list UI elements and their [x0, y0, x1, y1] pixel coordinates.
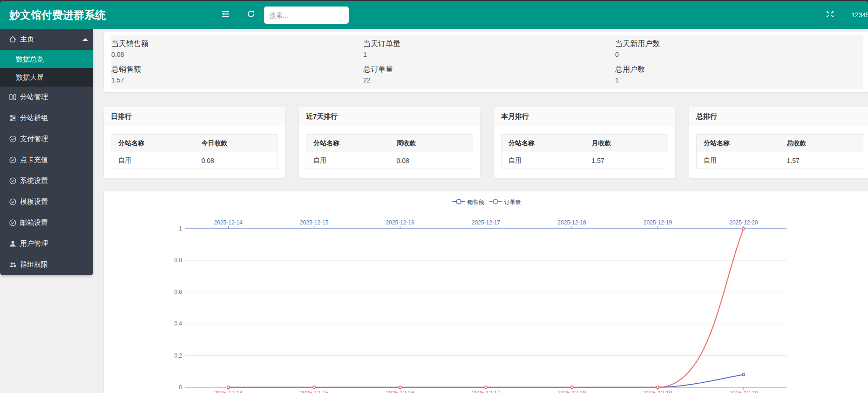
ranking-table: 分站名称总收款自用1.57 — [696, 134, 863, 169]
x-axis-bottom-label: 2025-12-18 — [557, 390, 586, 393]
stat-label: 当天销售额 — [111, 40, 363, 47]
x-axis-top-label: 2025-12-15 — [300, 219, 329, 226]
ranking-row: 日排行分站名称今日收款自用0.08近7天排行分站名称周收款自用0.08本月排行分… — [104, 107, 868, 178]
sidebar-item-4[interactable]: 系统设置 — [0, 170, 93, 191]
sidebar-subitem-data-screen[interactable]: 数据大屏 — [0, 68, 93, 87]
home-icon — [9, 36, 16, 43]
sidebar-item-label: 系统设置 — [20, 176, 48, 185]
sidebar-item-2[interactable]: 支付管理 — [0, 129, 93, 149]
sidebar-subitem-data-overview[interactable]: 数据总览 — [0, 50, 93, 68]
ranking-cell-amount: 1.57 — [780, 152, 863, 169]
sidebar-item-label: 邮箱设置 — [20, 218, 48, 227]
ranking-col-header: 月收款 — [585, 135, 668, 152]
x-axis-top-label: 2025-12-17 — [472, 219, 501, 226]
users-icon — [9, 261, 16, 268]
sidebar-item-6[interactable]: 邮箱设置 — [0, 212, 93, 233]
ranking-col-header: 分站名称 — [306, 135, 390, 152]
ranking-table: 分站名称周收款自用0.08 — [306, 134, 473, 169]
user-icon — [9, 240, 16, 247]
ranking-card-3: 总排行分站名称总收款自用1.57 — [689, 107, 868, 178]
ranking-table: 分站名称月收款自用1.57 — [501, 134, 668, 169]
sidebar-item-5[interactable]: 模板设置 — [0, 191, 93, 212]
legend-item-1[interactable]: 订单量 — [489, 199, 521, 205]
stat-cell: 当天销售额 0.08 总销售额 1.57 — [111, 35, 363, 91]
data-point — [742, 227, 745, 230]
line-chart-svg: 00.20.40.60.812025-12-142025-12-152025-1… — [104, 191, 868, 393]
y-axis-label: 0.8 — [174, 257, 182, 264]
stat-label: 当天新用户数 — [615, 40, 863, 47]
sidebar-item-label: 支付管理 — [20, 135, 48, 143]
username[interactable]: 12345 — [851, 1, 868, 29]
sidebar-item-label: 分站群组 — [20, 114, 48, 122]
sidebar-item-1[interactable]: 分站群组 — [0, 108, 93, 129]
header-bar: 妙文馆付费进群系统 — [0, 1, 868, 29]
app-title: 妙文馆付费进群系统 — [9, 1, 106, 29]
ranking-card-body: 分站名称周收款自用0.08 — [299, 126, 480, 177]
sidebar-item-home[interactable]: 主页 — [0, 29, 93, 50]
ranking-card-0: 日排行分站名称今日收款自用0.08 — [104, 107, 285, 178]
stat-value: 1 — [615, 77, 863, 83]
ranking-table-row: 自用0.08 — [111, 152, 278, 169]
ranking-table-row: 自用0.08 — [306, 152, 473, 169]
series-line-1 — [228, 229, 744, 387]
stat-cell: 当天新用户数 0 总用户数 1 — [615, 35, 863, 91]
ranking-table-row: 自用1.57 — [502, 152, 668, 169]
data-point — [313, 386, 315, 388]
ranking-card-body: 分站名称月收款自用1.57 — [494, 126, 675, 177]
data-point — [399, 386, 401, 388]
refresh-button[interactable] — [247, 1, 255, 29]
ranking-col-header: 周收款 — [390, 135, 473, 152]
x-axis-bottom-label: 2025-12-19 — [644, 390, 672, 393]
sidebar-item-7[interactable]: 用户管理 — [0, 233, 93, 254]
data-point — [657, 386, 659, 388]
stat-label: 当天订单量 — [363, 40, 615, 47]
collapse-sidebar-button[interactable] — [222, 1, 229, 29]
stat-value: 22 — [363, 77, 615, 83]
ranking-col-header: 今日收款 — [195, 135, 278, 152]
y-axis-label: 0.2 — [174, 352, 182, 359]
sidebar-item-label: 群组权限 — [20, 260, 48, 269]
sidebar-item-label: 模板设置 — [20, 197, 48, 206]
ranking-cell-name: 自用 — [502, 152, 585, 169]
x-axis-bottom-label: 2025-12-17 — [472, 390, 501, 393]
data-point — [742, 373, 745, 376]
x-axis-top-label: 2025-12-14 — [214, 219, 243, 226]
stats-card: 当天销售额 0.08 总销售额 1.57 当天订单量 1 总订单量 22 当天新… — [104, 32, 868, 92]
ranking-cell-amount: 0.08 — [195, 152, 278, 169]
sidebar-item-0[interactable]: 分站管理 — [0, 87, 93, 108]
sales-orders-line-chart: 00.20.40.60.812025-12-142025-12-152025-1… — [104, 191, 868, 393]
search-input[interactable] — [264, 7, 349, 24]
fullscreen-button[interactable] — [826, 1, 834, 29]
x-axis-bottom-label: 2025-12-15 — [300, 390, 329, 393]
ranking-card-1: 近7天排行分站名称周收款自用0.08 — [299, 107, 480, 178]
ranking-card-title: 日排行 — [104, 107, 285, 126]
collapse-sidebar-icon — [222, 11, 229, 20]
chart-card: 00.20.40.60.812025-12-142025-12-152025-1… — [104, 191, 868, 393]
check-circle-icon — [9, 136, 16, 142]
ranking-card-title: 近7天排行 — [299, 107, 480, 126]
x-axis-top-label: 2025-12-18 — [557, 219, 586, 226]
sidebar-submenu: 数据总览 数据大屏 — [0, 50, 93, 87]
stat-label: 总销售额 — [111, 65, 363, 73]
y-axis-label: 0.6 — [174, 289, 182, 295]
stat-value: 0 — [615, 52, 863, 58]
x-axis-bottom-label: 2025-12-16 — [386, 390, 414, 393]
ranking-col-header: 分站名称 — [111, 135, 195, 152]
sidebar-item-label: 用户管理 — [20, 239, 48, 248]
ranking-col-header: 分站名称 — [697, 135, 780, 152]
x-axis-top-label: 2025-12-20 — [729, 219, 758, 226]
ranking-card-body: 分站名称今日收款自用0.08 — [104, 126, 285, 177]
legend-item-0[interactable]: 销售额 — [453, 199, 484, 205]
main-content: 当天销售额 0.08 总销售额 1.57 当天订单量 1 总订单量 22 当天新… — [104, 32, 868, 393]
ranking-col-header: 分站名称 — [502, 135, 585, 152]
ranking-cell-amount: 0.08 — [390, 152, 473, 169]
sidebar-item-8[interactable]: 群组权限 — [0, 254, 93, 275]
legend-label: 订单量 — [504, 199, 521, 205]
sidebar-item-3[interactable]: 点卡充值 — [0, 149, 93, 170]
ranking-card-title: 本月排行 — [494, 107, 675, 126]
ranking-col-header: 总收款 — [780, 135, 863, 152]
check-circle-icon — [9, 156, 16, 163]
x-axis-top-label: 2025-12-19 — [644, 219, 672, 226]
sidebar: 主页 数据总览 数据大屏 分站管理分站群组支付管理点卡充值系统设置模板设置邮箱设… — [0, 29, 93, 275]
stat-label: 总用户数 — [615, 65, 863, 73]
